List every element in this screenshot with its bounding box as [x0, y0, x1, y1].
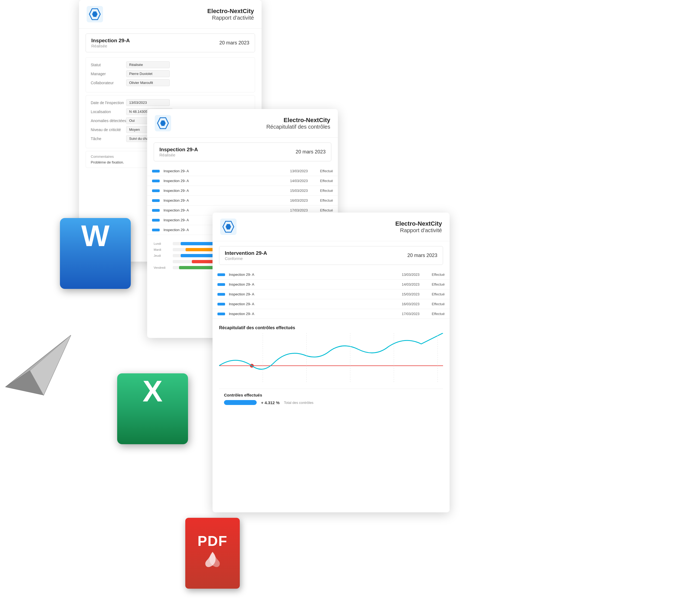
doc2-header: Electro-NextCity Récapitulatif des contr…	[147, 109, 338, 138]
control-list-item: Inspection 29- A 13/03/2023 Effectué	[212, 270, 450, 280]
doc1-collaborateur-row: Collaborateur Olivier Maroufit	[91, 79, 250, 86]
doc1-inspection-info: Inspection 29-A Réalisée	[91, 38, 130, 48]
word-app-icon: W	[60, 218, 131, 289]
doc3-header: Electro-NextCity Rapport d'activité	[212, 212, 450, 241]
company-logo-3	[220, 219, 237, 235]
control-status: Effectué	[423, 272, 445, 277]
control-indicator	[152, 170, 160, 173]
doc-activity-report-front: Electro-NextCity Rapport d'activité Inte…	[212, 212, 450, 512]
send-icon	[0, 327, 76, 398]
control-status: Effectué	[311, 208, 333, 212]
doc2-inspection-info: Inspection 29-A Réalisée	[159, 147, 198, 157]
control-date: 14/03/2023	[398, 282, 423, 286]
control-name: Inspection 29- A	[163, 208, 287, 212]
control-name: Inspection 29- A	[163, 198, 287, 203]
doc3-control-list: Inspection 29- A 13/03/2023 Effectué Ins…	[212, 270, 450, 319]
doc2-title-block: Electro-NextCity Récapitulatif des contr…	[171, 117, 330, 130]
control-indicator	[152, 199, 160, 202]
pdf-label-text: PDF	[197, 533, 227, 549]
control-name: Inspection 29- A	[163, 189, 287, 193]
doc2-inspection-bar: Inspection 29-A Réalisée 20 mars 2023	[154, 143, 331, 161]
control-status: Effectué	[311, 189, 333, 193]
control-date: 16/03/2023	[287, 198, 311, 203]
control-list-item: Inspection 29- A 14/03/2023 Effectué	[212, 280, 450, 289]
doc3-inspection-info: Intervention 29-A Conforme	[225, 250, 267, 261]
control-indicator	[218, 303, 225, 306]
control-name: Inspection 29- A	[229, 272, 398, 277]
gantt-label: Vendredi	[154, 266, 173, 269]
control-list-item: Inspection 29- A 15/03/2023 Effectué	[212, 289, 450, 299]
control-status: Effectué	[423, 312, 445, 316]
control-indicator	[152, 180, 160, 182]
doc1-title-block: Electro-NextCity Rapport d'activité	[103, 8, 254, 21]
control-indicator	[152, 190, 160, 192]
control-status: Effectué	[423, 292, 445, 296]
gantt-label: Mardi	[154, 248, 173, 251]
gantt-label: Lundi	[154, 242, 173, 245]
pdf-acrobat-symbol	[202, 549, 223, 574]
control-date: 15/03/2023	[287, 189, 311, 193]
control-date: 13/03/2023	[398, 272, 423, 277]
doc3-progress-bar	[224, 400, 257, 405]
control-date: 15/03/2023	[398, 292, 423, 296]
control-indicator	[218, 293, 225, 296]
doc1-statut-row: Statut Réalisée	[91, 61, 250, 68]
control-date: 17/03/2023	[398, 312, 423, 316]
control-list-item: Inspection 29- A 15/03/2023 Effectué	[147, 186, 338, 196]
pdf-app-icon: PDF	[185, 518, 240, 588]
control-name: Inspection 29- A	[229, 292, 398, 296]
control-indicator	[218, 273, 225, 276]
control-name: Inspection 29- A	[163, 169, 287, 173]
control-date: 14/03/2023	[287, 179, 311, 183]
company-logo-2	[155, 115, 171, 131]
control-name: Inspection 29- A	[229, 312, 398, 316]
gantt-label: Jeudi	[154, 254, 173, 257]
control-list-item: Inspection 29- A 16/03/2023 Effectué	[212, 299, 450, 309]
doc3-chart-area	[219, 333, 443, 382]
excel-letter: X	[143, 376, 162, 406]
doc1-section-1: Statut Réalisée Manager Pierre Duviolet …	[86, 57, 255, 92]
company-logo-1: COMPANY	[87, 6, 103, 23]
word-letter: W	[81, 221, 109, 251]
doc3-report-type: Rapport d'activité	[237, 227, 442, 234]
doc1-header: COMPANY Electro-NextCity Rapport d'activ…	[79, 0, 262, 29]
doc3-inspection-bar: Intervention 29-A Conforme 20 mars 2023	[219, 246, 443, 265]
control-list-item: Inspection 29- A 16/03/2023 Effectué	[147, 196, 338, 206]
control-status: Effectué	[423, 282, 445, 286]
control-name: Inspection 29- A	[229, 282, 398, 286]
excel-app-icon: X	[117, 373, 188, 444]
control-status: Effectué	[423, 302, 445, 306]
control-status: Effectué	[311, 198, 333, 203]
control-date: 13/03/2023	[287, 169, 311, 173]
control-status: Effectué	[311, 179, 333, 183]
control-date: 16/03/2023	[398, 302, 423, 306]
control-indicator	[218, 283, 225, 286]
doc1-report-type: Rapport d'activité	[103, 15, 254, 21]
control-name: Inspection 29- A	[229, 302, 398, 306]
control-indicator	[152, 209, 160, 212]
doc1-inspection-bar: Inspection 29-A Réalisée 20 mars 2023	[86, 33, 255, 52]
doc3-title-block: Electro-NextCity Rapport d'activité	[237, 220, 442, 234]
doc3-company-name: Electro-NextCity	[237, 220, 442, 227]
doc3-stats: Contrôles effectués + 4.312 % Total des …	[219, 389, 443, 409]
control-indicator	[152, 219, 160, 222]
doc1-manager-row: Manager Pierre Duviolet	[91, 70, 250, 77]
doc3-stats-row: + 4.312 % Total des contrôles	[224, 400, 438, 405]
doc1-company-name: Electro-NextCity	[103, 8, 254, 15]
doc3-chart: Récapitulatif des contrôles effectués	[219, 323, 443, 385]
control-list-item: Inspection 29- A 17/03/2023 Effectué	[212, 309, 450, 319]
control-indicator	[152, 229, 160, 232]
doc2-report-type: Récapitulatif des contrôles	[171, 124, 330, 130]
control-list-item: Inspection 29- A 14/03/2023 Effectué	[147, 176, 338, 186]
control-list-item: Inspection 29- A 13/03/2023 Effectué	[147, 166, 338, 176]
control-status: Effectué	[311, 169, 333, 173]
control-date: 17/03/2023	[287, 208, 311, 212]
doc1-date-row: Date de l'inspection 13/03/2023	[91, 99, 250, 106]
control-indicator	[218, 313, 225, 315]
control-name: Inspection 29- A	[163, 179, 287, 183]
doc2-company-name: Electro-NextCity	[171, 117, 330, 124]
